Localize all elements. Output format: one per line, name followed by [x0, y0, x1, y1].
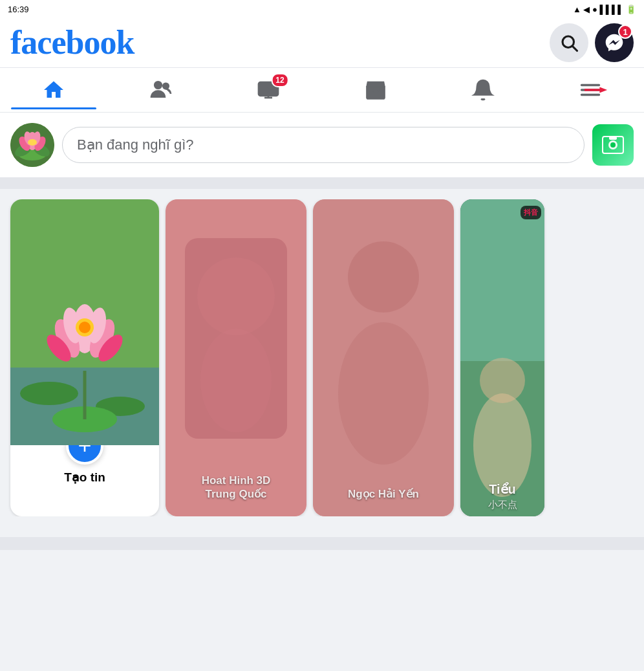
story-2-bg — [313, 199, 454, 516]
marketplace-icon — [364, 78, 387, 102]
tab-watch[interactable]: 12 — [215, 71, 322, 109]
time: 16:39 — [8, 5, 29, 14]
tiktok-text: 抖音 — [524, 208, 538, 217]
messenger-button[interactable]: 1 — [595, 23, 634, 62]
story-1-bg — [166, 199, 306, 516]
tab-marketplace[interactable] — [322, 71, 429, 109]
story-1-inner: Hoat Hinh 3DTrung Quốc — [166, 199, 306, 516]
photo-icon — [601, 133, 625, 157]
svg-point-21 — [28, 139, 37, 146]
composer-input[interactable]: Bạn đang nghĩ gì? — [62, 127, 585, 163]
svg-point-24 — [610, 142, 616, 148]
status-bar: 16:39 ▲ ◀ ● ▌▌▌▌ 🔋 — [0, 0, 644, 18]
story-3-bg — [460, 199, 544, 516]
svg-line-1 — [573, 47, 577, 51]
facebook-logo: facebook — [10, 26, 134, 60]
section-divider — [0, 182, 644, 189]
photo-button[interactable] — [592, 124, 634, 166]
home-icon — [42, 78, 65, 102]
composer-section: Bạn đang nghĩ gì? — [0, 113, 644, 182]
story-1-name: Hoat Hinh 3DTrung Quốc — [166, 474, 306, 501]
nav-tabs: 12 — [0, 68, 644, 113]
svg-point-3 — [163, 83, 168, 89]
create-story-label: Tạo tin — [64, 470, 105, 485]
create-story-bottom: + Tạo tin — [10, 445, 159, 492]
svg-rect-50 — [460, 199, 544, 361]
story-2-name: Ngọc Hải Yến — [313, 487, 454, 501]
svg-point-44 — [200, 329, 272, 432]
system-icons: ▲ ◀ ● ▌▌▌▌ 🔋 — [573, 5, 636, 14]
header: facebook 1 — [0, 18, 644, 68]
messenger-badge: 1 — [618, 25, 632, 39]
svg-point-47 — [338, 322, 429, 465]
svg-point-46 — [348, 241, 419, 313]
stories-section: + Tạo tin Hoat Hinh 3DTrung Quốc — [0, 189, 644, 527]
create-story-card[interactable]: + Tạo tin — [10, 199, 159, 516]
story-3-name: Tiểu — [460, 481, 544, 497]
notifications-icon — [471, 78, 495, 102]
svg-point-40 — [79, 322, 91, 333]
svg-point-52 — [480, 358, 525, 403]
svg-point-28 — [20, 382, 78, 405]
create-story-image — [10, 199, 159, 445]
friends-icon — [149, 78, 173, 102]
user-avatar[interactable] — [10, 123, 54, 167]
lotus-avatar-image — [10, 123, 54, 167]
tab-friends[interactable] — [107, 71, 215, 109]
story-2-inner: Ngọc Hải Yến — [313, 199, 454, 516]
search-button[interactable] — [550, 23, 588, 62]
story-card-1[interactable]: Hoat Hinh 3DTrung Quốc — [166, 199, 306, 516]
svg-point-2 — [155, 82, 162, 89]
watch-badge: 12 — [271, 73, 288, 87]
header-icons: 1 — [550, 23, 634, 62]
svg-rect-25 — [609, 137, 617, 140]
story-card-2[interactable]: Ngọc Hải Yến — [313, 199, 454, 516]
tiktok-badge: 抖音 — [521, 206, 541, 219]
search-icon — [559, 33, 579, 52]
tab-menu[interactable] — [537, 71, 644, 109]
story-card-3[interactable]: 抖音 Tiểu 小不点 — [460, 199, 544, 516]
menu-icon — [579, 78, 602, 102]
stories-row: + Tạo tin Hoat Hinh 3DTrung Quốc — [0, 199, 644, 516]
lotus-story-image — [10, 199, 159, 445]
bottom-bar — [0, 537, 644, 550]
tab-notifications[interactable] — [429, 71, 537, 109]
svg-point-43 — [197, 258, 275, 335]
tab-home[interactable] — [0, 71, 107, 109]
story-3-name-zh: 小不点 — [460, 499, 544, 511]
